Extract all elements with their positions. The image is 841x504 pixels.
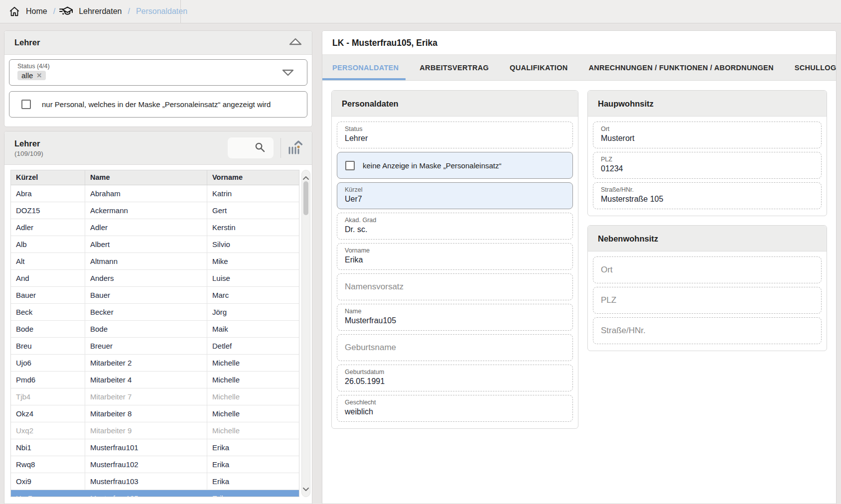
cell-vorname: Erika — [207, 439, 299, 456]
cell-vorname: Erika — [207, 456, 299, 473]
cell-kuerzel: Rwq8 — [11, 456, 85, 473]
cell-name: Albert — [85, 236, 207, 252]
tab-anrechnungen[interactable]: ANRECHNUNGEN / FUNKTIONEN / ABORDNUNGEN — [589, 55, 774, 80]
teacher-list-header: Lehrer (109/109) — [4, 131, 312, 165]
table-row[interactable]: Rwq8 Musterfrau102 Erika — [11, 456, 299, 473]
status-filter-select[interactable]: Status (4/4) alle ✕ — [9, 59, 307, 86]
geburtsdatum-field: Geburtsdatum 26.05.1991 — [337, 365, 573, 391]
column-header-kuerzel[interactable]: Kürzel — [11, 170, 85, 185]
column-sort-icon[interactable] — [288, 139, 304, 156]
breadcrumb: Home / Lehrerdaten / Personaldaten — [0, 0, 841, 23]
scrollbar-thumb[interactable] — [303, 181, 308, 215]
plz-placeholder: PLZ — [601, 295, 616, 305]
cell-vorname: Michelle — [207, 372, 299, 388]
table-row[interactable]: Tjb4 Mitarbeiter 7 Michelle — [11, 388, 299, 405]
scroll-down-icon[interactable] — [302, 485, 309, 494]
dropdown-arrow-icon[interactable] — [282, 69, 294, 78]
cell-kuerzel: Bauer — [11, 287, 85, 303]
keine-anzeige-label: keine Anzeige in Maske „Personaleinsatz“ — [363, 161, 501, 170]
tab-schullogin[interactable]: SCHULLOGIN — [795, 55, 837, 80]
app-window: Home / Lehrerdaten / Personaldaten Lehre… — [0, 0, 841, 504]
table-row[interactable]: DOZ15 Ackermann Gert — [11, 202, 299, 219]
nebenwohnsitz-section-title: Nebenwohnsitz — [588, 226, 827, 252]
cell-name: Adler — [85, 219, 207, 236]
cell-vorname: Michelle — [207, 405, 299, 422]
hauptwohnsitz-ort-field: Ort Musterort — [593, 122, 822, 148]
table-row[interactable]: Nbi1 Musterfrau101 Erika — [11, 439, 299, 456]
table-row[interactable]: Oxi9 Musterfrau103 Erika — [11, 473, 299, 490]
cell-kuerzel: Oxi9 — [11, 473, 85, 490]
cell-vorname: Michelle — [207, 422, 299, 439]
table-row[interactable]: Uxq2 Mitarbeiter 9 Michelle — [11, 422, 299, 439]
geschlecht-field: Geschlecht weiblich — [337, 395, 573, 422]
column-header-vorname[interactable]: Vorname — [207, 170, 299, 185]
home-icon — [9, 6, 20, 17]
cell-vorname: Mike — [207, 253, 299, 269]
cell-vorname: Kerstin — [207, 219, 299, 236]
cell-kuerzel: Uxq2 — [11, 422, 85, 439]
tab-arbeitsvertrag[interactable]: ARBEITSVERTRAG — [420, 55, 489, 80]
table-row[interactable]: Bode Bode Maik — [11, 321, 299, 338]
search-button[interactable] — [228, 137, 274, 158]
tab-qualifikation[interactable]: QUALIFIKATION — [510, 55, 567, 80]
table-row[interactable]: Ujo6 Mitarbeiter 2 Michelle — [11, 355, 299, 372]
table-row[interactable]: Bauer Bauer Marc — [11, 287, 299, 304]
cell-name: Altmann — [85, 253, 207, 269]
breadcrumb-home[interactable]: Home — [26, 7, 47, 16]
cell-name: Mitarbeiter 2 — [85, 355, 207, 371]
cell-kuerzel: Tjb4 — [11, 388, 85, 405]
geburtsdatum-field-value: 26.05.1991 — [345, 377, 565, 386]
table-row[interactable]: Alt Altmann Mike — [11, 253, 299, 270]
plz-field-value: 01234 — [601, 164, 814, 173]
personaleinsatz-filter-checkbox[interactable] — [21, 100, 31, 109]
name-field-label: Name — [345, 308, 565, 315]
status-field: Status Lehrer — [337, 122, 573, 148]
table-row[interactable]: Alb Albert Silvio — [11, 236, 299, 253]
name-field: Name Musterfrau105 — [337, 304, 573, 331]
column-header-name[interactable]: Name — [85, 170, 207, 185]
cell-vorname: Detlef — [207, 338, 299, 354]
geburtsname-field: Geburtsname — [337, 334, 573, 361]
table-row[interactable]: Adler Adler Kerstin — [11, 219, 299, 236]
cell-vorname: Michelle — [207, 388, 299, 405]
breadcrumb-lehrerdaten[interactable]: Lehrerdaten — [79, 7, 122, 16]
table-row[interactable]: Beck Becker Jörg — [11, 304, 299, 321]
tab-personaldaten[interactable]: PERSONALDATEN — [332, 55, 399, 80]
cell-kuerzel: DOZ15 — [11, 202, 85, 219]
table-row[interactable]: And Anders Luise — [11, 270, 299, 287]
namensvorsatz-field: Namensvorsatz — [337, 273, 573, 300]
vorname-field: Vorname Erika — [337, 243, 573, 270]
akad-grad-field: Akad. Grad Dr. sc. — [337, 213, 573, 240]
cell-kuerzel: Alb — [11, 236, 85, 252]
personaleinsatz-filter-row: nur Personal, welches in der Maske „Pers… — [9, 91, 307, 118]
plz-field-label: PLZ — [601, 156, 814, 163]
keine-anzeige-checkbox[interactable] — [345, 161, 355, 170]
kuerzel-field-value: Uer7 — [345, 195, 565, 204]
akad-grad-field-label: Akad. Grad — [345, 217, 565, 224]
strasse-placeholder: Straße/HNr. — [601, 326, 646, 336]
cell-name: Musterfrau101 — [85, 439, 207, 456]
table-row[interactable]: Pmd6 Mitarbeiter 4 Michelle — [11, 372, 299, 388]
search-icon — [254, 141, 266, 155]
cell-name: Musterfrau102 — [85, 456, 207, 473]
namensvorsatz-placeholder: Namensvorsatz — [345, 282, 404, 292]
chip-remove-icon[interactable]: ✕ — [36, 72, 42, 79]
table-row-selected[interactable]: Uer7 Musterfrau105 Erika — [11, 490, 299, 497]
vorname-field-label: Vorname — [345, 247, 565, 254]
cell-name: Mitarbeiter 7 — [85, 388, 207, 405]
kuerzel-field[interactable]: Kürzel Uer7 — [337, 182, 573, 209]
cell-vorname: Erika — [207, 473, 299, 490]
filter-panel-body: Status (4/4) alle ✕ nur Personal, welche… — [4, 55, 312, 122]
cell-name: Breuer — [85, 338, 207, 354]
detail-title: LK - Musterfrau105, Erika — [322, 31, 836, 55]
table-row[interactable]: Abra Abraham Katrin — [11, 185, 299, 202]
tools-divider — [280, 138, 281, 158]
geburtsname-placeholder: Geburtsname — [345, 343, 396, 353]
table-row[interactable]: Okz4 Mitarbeiter 8 Michelle — [11, 405, 299, 422]
table-scrollbar[interactable] — [301, 170, 310, 497]
status-filter-chip[interactable]: alle ✕ — [17, 71, 46, 80]
table-row[interactable]: Breu Breuer Detlef — [11, 338, 299, 355]
cell-vorname: Jörg — [207, 304, 299, 320]
hauptwohnsitz-plz-field: PLZ 01234 — [593, 152, 822, 179]
collapse-panel-icon[interactable] — [289, 38, 302, 47]
